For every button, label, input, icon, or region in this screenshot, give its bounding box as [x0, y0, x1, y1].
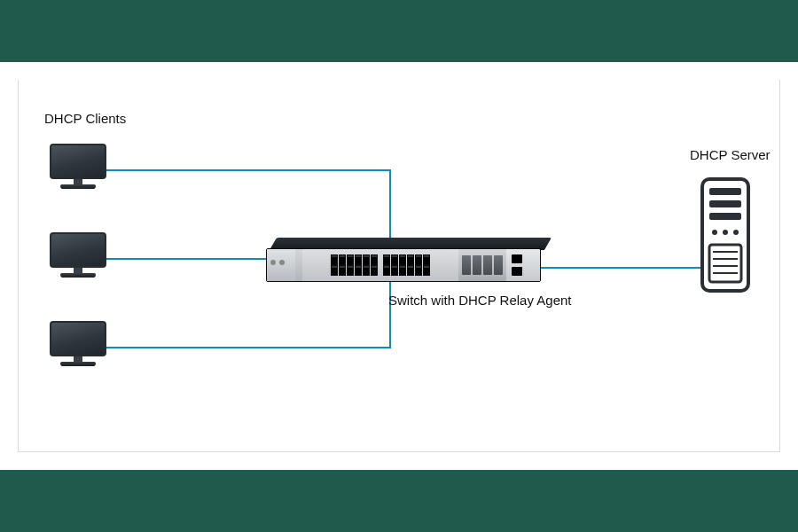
rj45-port-icon [363, 254, 370, 276]
monitor-screen-icon [50, 232, 106, 268]
svg-rect-7 [709, 245, 741, 282]
diagram-canvas: DHCP Clients Switch with DHCP Relay Agen… [0, 62, 798, 470]
switch-body [266, 248, 541, 282]
svg-point-5 [723, 230, 728, 235]
rj45-port-icon [339, 254, 346, 276]
dhcp-server-icon [700, 177, 750, 293]
switch-mgmt-panel [506, 249, 540, 281]
sfp-slot-icon [483, 255, 492, 275]
sfp-slot-icon [494, 255, 503, 275]
clients-label: DHCP Clients [44, 111, 126, 126]
rj45-port-icon [383, 254, 390, 276]
rj45-port-icon [391, 254, 398, 276]
client-monitor-2 [50, 232, 106, 278]
rj45-port-icon [331, 254, 338, 276]
rj45-port-icon [423, 254, 430, 276]
svg-rect-3 [709, 213, 741, 220]
bottom-band [0, 470, 798, 532]
rj45-port-icon [399, 254, 406, 276]
rj45-port-icon [347, 254, 354, 276]
network-switch [266, 245, 541, 282]
svg-rect-2 [709, 200, 741, 207]
switch-port-block [302, 249, 458, 281]
client-monitor-3 [50, 321, 106, 366]
monitor-base [60, 184, 96, 189]
switch-label: Switch with DHCP Relay Agent [388, 293, 571, 308]
sfp-slot-icon [473, 255, 481, 275]
svg-point-4 [712, 230, 717, 235]
top-band [0, 0, 798, 62]
monitor-screen-icon [50, 321, 106, 356]
rj45-port-icon [415, 254, 422, 276]
rj45-port-icon [371, 254, 378, 276]
monitor-base [60, 273, 96, 278]
switch-led-strip [295, 249, 302, 281]
server-label: DHCP Server [690, 147, 771, 162]
svg-point-6 [733, 230, 739, 235]
rj45-port-icon [407, 254, 414, 276]
client-monitor-1 [50, 144, 106, 189]
sfp-slot-icon [462, 255, 471, 275]
svg-rect-1 [709, 188, 741, 195]
rj45-port-icon [355, 254, 362, 276]
switch-left-panel [267, 249, 295, 281]
monitor-screen-icon [50, 144, 106, 179]
switch-sfp-block [458, 249, 506, 281]
monitor-base [60, 362, 96, 366]
